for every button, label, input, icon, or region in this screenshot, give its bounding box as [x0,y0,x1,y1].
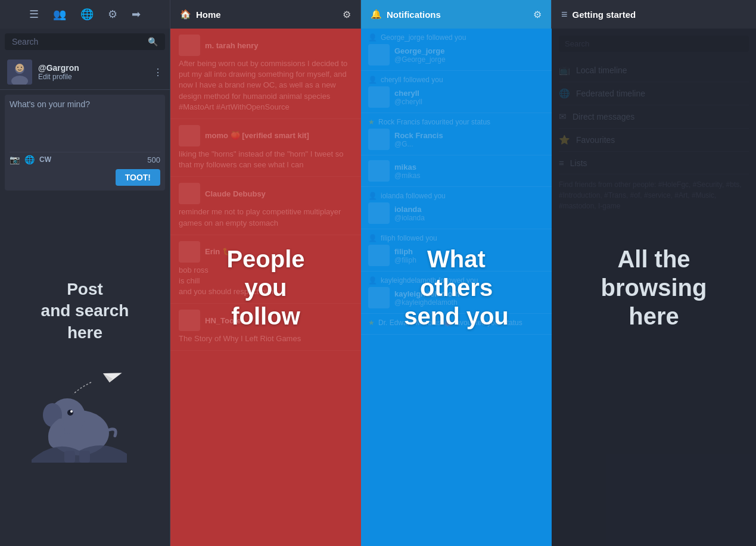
search-input[interactable] [12,37,143,46]
home-filter-icon[interactable]: ⚙ [343,9,351,20]
globe-icon[interactable]: 🌐 [80,8,94,21]
gs-overlay: All thebrowsinghere [552,29,756,546]
people-icon[interactable]: 👥 [53,8,66,21]
search-icon[interactable]: 🔍 [148,37,158,46]
tab-notifications[interactable]: 🔔 Notifications ⚙ [361,0,552,29]
bell-icon: 🔔 [371,9,382,20]
home-title: 🏠 Home [180,9,221,20]
notifs-filter-icon[interactable]: ⚙ [533,9,542,20]
notifs-title: 🔔 Notifications [371,9,441,20]
notifications-column: Whatotherssend you 👤 George_jorge follow… [361,29,552,546]
notifs-overlay-text: Whatotherssend you [404,245,509,330]
avatar [7,60,32,85]
gs-overlay-text: All thebrowsinghere [601,245,707,330]
menu-icon: ≡ [561,8,568,21]
globe-privacy-icon[interactable]: 🌐 [24,155,35,164]
nav-left-icons: ☰ 👥 🌐 ⚙ ➡ [0,0,170,29]
svg-point-5 [21,67,22,68]
compose-textarea[interactable] [10,99,160,147]
settings-icon[interactable]: ⚙ [108,8,117,21]
sidebar-promo-text: Postand searchhere [41,279,129,344]
top-navigation: ☰ 👥 🌐 ⚙ ➡ 🏠 Home ⚙ 🔔 Notifications ⚙ ≡ G… [0,0,756,29]
home-overlay-text: Peopleyoufollow [226,245,304,330]
camera-icon[interactable]: 📷 [10,155,20,164]
svg-point-11 [67,410,73,416]
profile-section: @Gargron Edit profile ⋮ [0,55,170,90]
sidebar: 🔍 @Gargron Edit profile ⋮ [0,29,170,546]
search-bar[interactable]: 🔍 [5,33,165,50]
cw-label[interactable]: CW [39,155,51,164]
logout-icon[interactable]: ➡ [132,8,141,21]
toot-button[interactable]: TOOT! [116,169,160,186]
tab-home[interactable]: 🏠 Home ⚙ [170,0,361,29]
elephant-illustration [26,355,145,463]
profile-info: @Gargron Edit profile [38,63,147,81]
getting-started-column: All thebrowsinghere Search 📺 Local timel… [552,29,756,546]
home-icon: 🏠 [180,9,191,20]
sidebar-promo: Postand searchhere [0,195,170,546]
notifs-overlay: Whatotherssend you [361,29,552,546]
compose-left-icons: 📷 🌐 CW [10,155,51,164]
main-area: 🔍 @Gargron Edit profile ⋮ [0,29,756,546]
profile-menu-icon[interactable]: ⋮ [153,67,163,78]
compose-box: 📷 🌐 CW 500 TOOT! [5,95,165,191]
compose-actions: 📷 🌐 CW 500 [10,152,160,164]
svg-point-12 [70,410,73,413]
gs-title: Getting started [573,10,636,20]
home-column: Peopleyoufollow m. tarah henry After bei… [170,29,361,546]
svg-point-4 [17,67,18,68]
tab-getting-started[interactable]: ≡ Getting started [552,0,756,29]
character-count: 500 [147,155,160,164]
hamburger-icon[interactable]: ☰ [29,8,39,21]
svg-point-3 [15,64,24,72]
home-overlay: Peopleyoufollow [170,29,361,546]
profile-handle: @Gargron [38,63,147,73]
edit-profile-link[interactable]: Edit profile [38,73,147,81]
